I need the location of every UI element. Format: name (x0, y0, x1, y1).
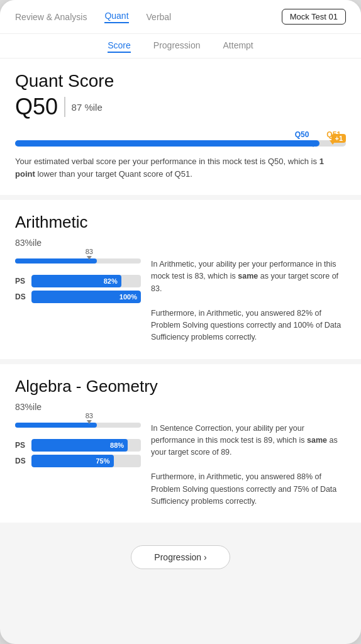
arithmetic-title: Arithmetic (15, 213, 346, 232)
algebra-ps-label: PS (15, 441, 26, 450)
arith-desc-bold: same (238, 272, 258, 280)
arithmetic-percentile-label: %ile (25, 238, 42, 248)
plus-badge: +1 (331, 134, 346, 143)
ds-row: DS 100% (15, 291, 141, 303)
score-section: Quant Score Q50 87 %ile Q50 Q51 (0, 58, 361, 195)
score-desc-end2: lower than your target Quant score of Q5… (37, 169, 192, 179)
arithmetic-percentile-value: 83 (15, 238, 25, 248)
nav-review-analysis[interactable]: Review & Analysis (15, 12, 87, 22)
sub-nav-progression[interactable]: Progression (153, 40, 201, 53)
algebra-bars: 83 PS 88% (15, 423, 141, 470)
nav-verbal[interactable]: Verbal (147, 12, 172, 22)
mock-test-badge[interactable]: Mock Test 01 (282, 9, 346, 25)
bar-labels-row: Q50 Q51 (15, 130, 346, 139)
score-line: Q50 87 %ile (15, 94, 346, 120)
score-value: Q50 (15, 94, 58, 120)
ability-bar-track: 83 (15, 258, 141, 264)
ability-bar-fill: 83 (15, 258, 97, 264)
algebra-desc-bold: same (307, 436, 327, 445)
algebra-ps-bar-track: 88% (31, 439, 141, 452)
ps-pct: 82% (104, 277, 118, 285)
arithmetic-percentile: 83%ile (15, 233, 346, 250)
ability-marker: 83 (86, 248, 93, 260)
algebra-ability-marker: 83 (86, 412, 93, 424)
algebra-ps-ds-section: PS 88% DS 75% (15, 439, 141, 467)
ds-bar-track: 100% (31, 291, 141, 303)
algebra-ds-pct: 75% (96, 457, 109, 465)
ds-bar-fill: 100% (31, 291, 141, 303)
ds-pct: 100% (119, 293, 137, 301)
sub-nav: Score Progression Attempt (0, 34, 361, 58)
ability-bar-wrap: 83 (15, 258, 141, 264)
algebra-ps-row: PS 88% (15, 439, 141, 452)
algebra-title: Algebra - Geometry (15, 377, 346, 396)
algebra-desc-main: In Sentence Correction, your ability per… (151, 424, 305, 445)
algebra-ability-marker-arrow (87, 420, 92, 424)
algebra-ds-row: DS 75% (15, 455, 141, 467)
ps-label: PS (15, 277, 26, 286)
ps-bar-fill: 82% (31, 275, 121, 287)
algebra-percentile: 83%ile (15, 397, 346, 414)
algebra-ability-bar-wrap: 83 (15, 423, 141, 428)
algebra-ds-label: DS (15, 457, 26, 465)
current-marker-label: Q50 (295, 130, 309, 139)
algebra-ability-bar-fill: 83 (15, 423, 97, 428)
algebra-ps-bar-fill: 88% (31, 439, 128, 452)
phone-container: Review & Analysis Quant Verbal Mock Test… (0, 0, 361, 644)
progression-button[interactable]: Progression › (131, 545, 230, 569)
algebra-further-desc: Furthermore, in Arithmetic, you answered… (151, 472, 336, 506)
nav-quant[interactable]: Quant (104, 11, 128, 23)
algebra-ps-pct: 88% (110, 441, 124, 449)
algebra-content: 83 PS 88% (15, 423, 346, 508)
score-bar-fill (15, 140, 319, 147)
algebra-percentile-value: 83 (15, 402, 25, 412)
arithmetic-section: Arithmetic 83%ile 83 (0, 200, 361, 359)
bottom-area: Progression › (0, 528, 361, 589)
quant-score-title: Quant Score (15, 71, 346, 91)
score-percentile: 87 %ile (72, 102, 103, 113)
sub-nav-attempt[interactable]: Attempt (223, 40, 253, 53)
score-divider (64, 97, 65, 117)
ps-row: PS 82% (15, 275, 141, 287)
algebra-ability-score-label: 83 (86, 412, 93, 419)
algebra-ability-bar-track: 83 (15, 423, 141, 428)
score-description: Your estimated verbal score per your per… (15, 155, 346, 180)
arithmetic-bars: 83 PS 82% (15, 258, 141, 306)
sub-nav-score[interactable]: Score (108, 40, 131, 53)
ability-marker-arrow (87, 256, 92, 260)
score-desc-text: Your estimated verbal score per your per… (15, 157, 317, 166)
arithmetic-content: 83 PS 82% (15, 258, 346, 344)
algebra-ds-bar-track: 75% (31, 455, 141, 467)
ps-ds-section: PS 82% DS 100% (15, 275, 141, 303)
algebra-percentile-label: %ile (25, 402, 42, 412)
score-bar-container: Q50 Q51 +1 (15, 130, 346, 147)
nav-links: Review & Analysis Quant Verbal (15, 11, 171, 23)
current-marker-arrow (310, 143, 316, 147)
algebra-ds-bar-fill: 75% (31, 455, 114, 467)
algebra-section: Algebra - Geometry 83%ile 83 (0, 364, 361, 523)
current-score-marker (310, 143, 316, 147)
ability-score-label: 83 (86, 248, 93, 255)
top-nav: Review & Analysis Quant Verbal Mock Test… (0, 0, 361, 34)
arith-further-desc: Furthermore, in Arithmetic, you answered… (151, 309, 341, 342)
algebra-description: In Sentence Correction, your ability per… (151, 423, 346, 508)
ps-bar-track: 82% (31, 275, 141, 287)
score-bar-track: +1 (15, 140, 346, 147)
ds-label: DS (15, 292, 26, 301)
arithmetic-description: In Arithmetic, your ability per your per… (151, 258, 346, 344)
